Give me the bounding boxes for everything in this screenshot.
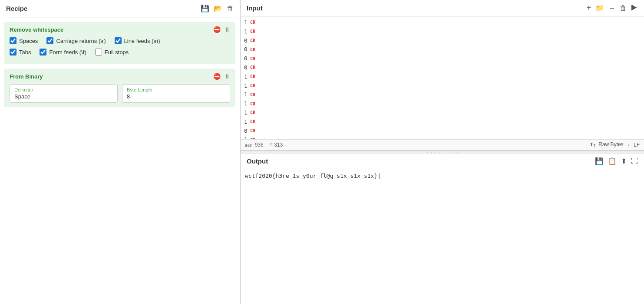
table-row: 1CR (244, 135, 641, 139)
left-panel: Recipe 💾 📂 🗑 Remove whitespace ⛔ ⏸ Space… (0, 0, 240, 304)
cr-badge: CR (250, 37, 255, 44)
delete-input-icon[interactable]: 🗑 (620, 4, 627, 12)
tabs-checkbox-item[interactable]: Tabs (10, 49, 31, 56)
output-content[interactable]: wctf2020{h3re_1s_y0ur_fl@g_s1x_s1x_s1x} (241, 169, 644, 304)
form-feeds-label: Form feeds (\f) (49, 49, 86, 56)
fullscreen-output-icon[interactable]: ⛶ (631, 157, 638, 165)
carriage-returns-checkbox[interactable] (46, 37, 53, 44)
delimiter-value: Space (14, 93, 30, 100)
output-cursor (377, 173, 381, 179)
line-value: 0 (244, 63, 248, 72)
full-stops-checkbox-item[interactable]: Full stops (95, 49, 129, 56)
spaces-checkbox-item[interactable]: Spaces (10, 37, 38, 44)
open-recipe-icon[interactable]: 📂 (214, 4, 222, 13)
output-header-icons: 💾 📋 ⬆ ⛶ (595, 157, 638, 165)
pause-step-icon[interactable]: ⏸ (224, 26, 230, 33)
save-recipe-icon[interactable]: 💾 (201, 4, 209, 13)
remove-whitespace-step: Remove whitespace ⛔ ⏸ Spaces Carriage re… (4, 22, 235, 64)
line-value: 1 (244, 18, 248, 27)
table-row: 1CR (244, 90, 641, 99)
cr-badge: CR (250, 92, 255, 98)
table-row: 1CR (244, 118, 641, 127)
save-output-icon[interactable]: 💾 (595, 157, 604, 165)
cr-badge: CR (250, 127, 255, 134)
cr-badge: CR (250, 64, 255, 71)
line-feeds-label: Line feeds (\n) (124, 38, 160, 44)
line-feeds-checkbox[interactable] (115, 37, 122, 44)
output-header: Output 💾 📋 ⬆ ⛶ (241, 154, 644, 169)
delimiter-label: Delimiter (14, 87, 113, 92)
line-value: 0 (244, 45, 248, 54)
cr-badge: CR (250, 19, 255, 26)
byte-length-value: 8 (127, 93, 130, 100)
line-value: 0 (244, 127, 248, 136)
recipe-title: Recipe (6, 5, 27, 12)
table-row: 0CR (244, 63, 641, 72)
open-input-icon[interactable]: 📁 (595, 4, 604, 12)
line-value: 1 (244, 135, 248, 139)
line-value: 1 (244, 99, 248, 108)
delimiter-field[interactable]: Delimiter Space (10, 84, 118, 103)
cr-badge: CR (250, 137, 255, 139)
line-value: 1 (244, 108, 248, 118)
export-output-icon[interactable]: ⬆ (621, 157, 627, 165)
pause-from-binary-icon[interactable]: ⏸ (224, 73, 230, 80)
table-row: 1CR (244, 18, 641, 27)
line-value: 0 (244, 36, 248, 46)
spaces-label: Spaces (19, 38, 38, 44)
form-feeds-checkbox[interactable] (40, 49, 46, 56)
table-row: 0CR (244, 45, 641, 54)
raw-bytes-toggle[interactable]: TT Raw Bytes (590, 141, 624, 148)
import-input-icon[interactable]: → (608, 4, 615, 12)
output-title: Output (247, 157, 268, 165)
byte-length-field[interactable]: Byte Length 8 (122, 84, 230, 103)
split-input-icon[interactable]: ⯈ (631, 4, 638, 12)
input-header-icons: + 📁 → 🗑 ⯈ (586, 3, 638, 13)
line-value: 1 (244, 82, 248, 91)
table-row: 1CR (244, 99, 641, 108)
table-row: 0CR (244, 36, 641, 46)
recipe-header-icons: 💾 📂 🗑 (201, 4, 234, 13)
table-row: 0CR (244, 127, 641, 136)
add-input-icon[interactable]: + (586, 3, 591, 13)
cr-badge: CR (250, 46, 255, 53)
disable-step-icon[interactable]: ⛔ (213, 26, 221, 33)
cr-badge: CR (250, 118, 255, 125)
copy-output-icon[interactable]: 📋 (608, 157, 617, 165)
disable-from-binary-icon[interactable]: ⛔ (213, 73, 221, 80)
form-feeds-checkbox-item[interactable]: Form feeds (\f) (40, 49, 86, 56)
step-header-icons: ⛔ ⏸ (213, 26, 230, 33)
byte-length-label: Byte Length (127, 87, 225, 92)
cr-badge: CR (250, 28, 255, 35)
input-status-bar: 𝐚𝐞𝐜 936 ≡ 313 TT Raw Bytes ← LF (241, 139, 644, 150)
tabs-checkbox[interactable] (10, 49, 17, 56)
step-title: Remove whitespace (10, 26, 63, 33)
lf-toggle[interactable]: ← LF (627, 142, 640, 148)
step-header: Remove whitespace ⛔ ⏸ (10, 26, 230, 33)
table-row: 0CR (244, 54, 641, 63)
cr-badge: CR (250, 101, 255, 108)
table-row: 1CR (244, 72, 641, 82)
input-title: Input (247, 4, 263, 12)
table-row: 1CR (244, 27, 641, 36)
line-value: 0 (244, 54, 248, 63)
output-section: Output 💾 📋 ⬆ ⛶ wctf2020{h3re_1s_y0ur_fl@… (241, 154, 644, 304)
from-binary-title: From Binary (10, 73, 43, 80)
line-feeds-checkbox-item[interactable]: Line feeds (\n) (115, 37, 160, 44)
line-count: ≡ 313 (270, 142, 283, 148)
from-binary-header: From Binary ⛔ ⏸ (10, 73, 230, 80)
input-content[interactable]: 1CR1CR0CR0CR0CR0CR1CR1CR1CR1CR1CR1CR0CR1… (241, 16, 644, 139)
delete-recipe-icon[interactable]: 🗑 (227, 5, 234, 13)
table-row: 1CR (244, 82, 641, 91)
cr-badge: CR (250, 82, 255, 89)
carriage-returns-checkbox-item[interactable]: Carriage returns (\r) (46, 37, 106, 44)
full-stops-label: Full stops (105, 49, 129, 56)
full-stops-checkbox[interactable] (95, 49, 102, 56)
output-text: wctf2020{h3re_1s_y0ur_fl@g_s1x_s1x_s1x} (245, 173, 377, 179)
spaces-checkbox[interactable] (10, 37, 17, 44)
input-section: Input + 📁 → 🗑 ⯈ 1CR1CR0CR0CR0CR0CR1CR1CR… (241, 0, 644, 151)
cr-badge: CR (250, 109, 255, 116)
tabs-label: Tabs (19, 49, 31, 56)
right-panel: Input + 📁 → 🗑 ⯈ 1CR1CR0CR0CR0CR0CR1CR1CR… (241, 0, 644, 304)
line-value: 1 (244, 72, 248, 82)
